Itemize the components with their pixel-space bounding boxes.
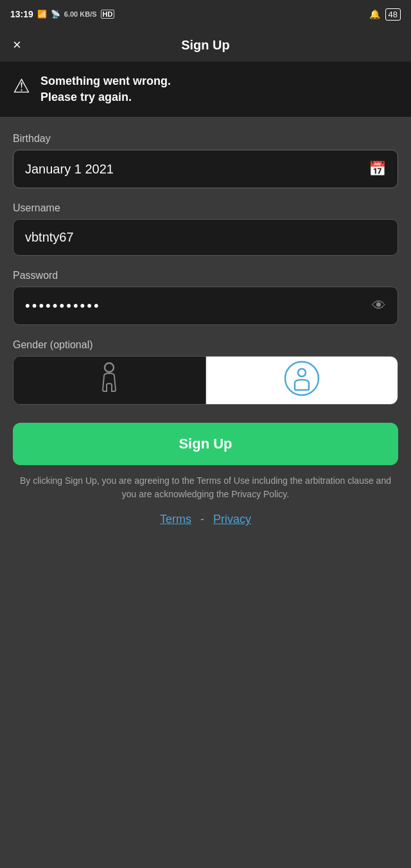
terms-separator: - — [200, 513, 204, 526]
status-left: 13:19 📶 📡 6.00 KB/S HD — [10, 9, 114, 19]
male-icon — [284, 360, 320, 401]
terms-description: By clicking Sign Up, you are agreeing to… — [13, 474, 398, 501]
error-line1: Something went wrong. — [40, 75, 171, 87]
svg-point-2 — [298, 369, 306, 376]
header: × Sign Up — [0, 28, 411, 62]
gender-male-option[interactable] — [206, 357, 398, 404]
error-banner: ⚠ Something went wrong. Please try again… — [0, 62, 411, 118]
speed-display: 6.00 KB/S — [64, 10, 97, 18]
signup-button[interactable]: Sign Up — [13, 423, 398, 465]
gender-label: Gender (optional) — [13, 339, 398, 351]
terms-links: Terms - Privacy — [13, 513, 398, 526]
birthday-label: Birthday — [13, 133, 398, 145]
hd-badge: HD — [101, 10, 115, 19]
form-container: Birthday January 1 2021 📅 Username Passw… — [0, 118, 411, 526]
error-line2: Please try again. — [40, 91, 132, 103]
password-label: Password — [13, 270, 398, 281]
status-bar: 13:19 📶 📡 6.00 KB/S HD 🔔 48 — [0, 0, 411, 28]
notification-icon: 🔔 — [369, 9, 380, 19]
username-label: Username — [13, 202, 398, 214]
signal-icon: 📶 — [37, 10, 47, 19]
birthday-value: January 1 2021 — [25, 162, 114, 177]
warning-icon: ⚠ — [13, 75, 30, 97]
gender-toggle — [13, 356, 398, 405]
eye-icon[interactable]: 👁 — [372, 297, 386, 314]
female-icon — [98, 362, 121, 399]
error-message: Something went wrong. Please try again. — [40, 73, 171, 105]
password-input[interactable] — [25, 287, 365, 324]
battery-display: 48 — [385, 8, 401, 21]
page-title: Sign Up — [181, 38, 230, 53]
privacy-link[interactable]: Privacy — [213, 513, 251, 526]
status-right: 🔔 48 — [369, 8, 401, 21]
svg-point-0 — [105, 363, 114, 372]
password-wrapper: 👁 — [13, 287, 398, 325]
calendar-icon: 📅 — [369, 161, 386, 177]
wifi-icon: 📡 — [51, 10, 60, 19]
gender-female-option[interactable] — [13, 357, 206, 404]
time-display: 13:19 — [10, 9, 33, 19]
close-button[interactable]: × — [13, 37, 21, 53]
username-input[interactable] — [13, 220, 398, 255]
username-wrapper — [13, 219, 398, 256]
terms-link[interactable]: Terms — [160, 513, 191, 526]
birthday-field[interactable]: January 1 2021 📅 — [13, 150, 398, 188]
